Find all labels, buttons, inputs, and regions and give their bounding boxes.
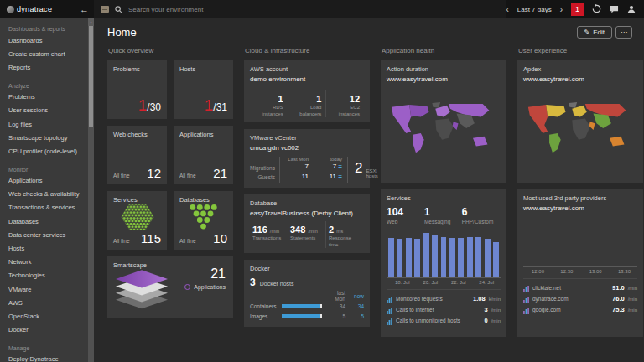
- aws-account-name: demo environment: [250, 75, 364, 83]
- db-stat: 2 ms Response time: [325, 221, 364, 248]
- containers-bar: [282, 304, 322, 308]
- chat-icon[interactable]: [610, 2, 619, 17]
- metric-row-calls-unmonitored: Calls to unmonitored hosts 0 /min: [387, 315, 501, 326]
- sidebar-group-analyze: Analyze: [0, 80, 94, 90]
- apdex-world-map: [523, 88, 637, 175]
- sidebar-item-deploy-dynatrace[interactable]: Deploy Dynatrace: [0, 353, 94, 362]
- tile-applications[interactable]: Applications All fine 21: [174, 126, 233, 184]
- provider-row-dynatrace: dynatrace.com 76.0 /min: [523, 293, 637, 304]
- column-title: Quick overview: [108, 47, 233, 54]
- tile-aws-account[interactable]: AWS account demo environment 1 RDS insta…: [244, 60, 370, 122]
- vmware-row-label: Migrations: [250, 163, 275, 173]
- esxi-hosts-count: 2: [355, 160, 362, 177]
- services-stat-web: 104 Web: [387, 206, 424, 225]
- tile-database[interactable]: Database easyTravelBusiness (Derby Clien…: [244, 194, 370, 253]
- sidebar-item-vmware[interactable]: VMware: [0, 282, 94, 296]
- docker-col-header: now: [345, 293, 364, 299]
- sidebar-scrollbar[interactable]: [88, 18, 94, 362]
- tile-hosts[interactable]: Hosts 1 /31: [174, 60, 233, 119]
- services-stat-messaging: 1 Messaging: [424, 206, 462, 225]
- sidebar-item-web-checks[interactable]: Web checks & availability: [0, 188, 94, 201]
- search-bar[interactable]: Search your environment: [94, 0, 506, 18]
- problems-open-count: 1: [138, 96, 148, 115]
- sidebar-item-hosts[interactable]: Hosts: [0, 241, 94, 255]
- x-axis-label: 18. Jul: [395, 280, 410, 285]
- apps-grid-icon[interactable]: [101, 6, 109, 13]
- search-icon[interactable]: [115, 2, 122, 17]
- sidebar-item-create-custom-chart[interactable]: Create custom chart: [0, 47, 94, 60]
- sidebar-item-cpu-profiler[interactable]: CPU profiler (code-level): [0, 144, 94, 158]
- more-button[interactable]: ⋯: [615, 26, 632, 39]
- tile-databases[interactable]: Databases All fine: [174, 191, 233, 250]
- mini-chart-icon: [387, 313, 392, 328]
- sidebar-item-dashboards[interactable]: Dashboards: [0, 34, 94, 47]
- status-label: All fine: [113, 173, 130, 178]
- sidebar-item-problems[interactable]: Problems: [0, 90, 94, 104]
- application-name: www.easytravel.com: [523, 204, 637, 212]
- sidebar-item-applications[interactable]: Applications: [0, 174, 94, 188]
- tile-third-party-providers[interactable]: Most used 3rd party providers www.easytr…: [517, 189, 643, 337]
- vcenter-name: cmca gdn vc002: [250, 144, 364, 152]
- docker-row-images: Images 5 5: [250, 311, 364, 321]
- x-axis-label: 22. Jul: [451, 280, 466, 285]
- sidebar-item-log-files[interactable]: Log files: [0, 117, 94, 131]
- dashboard-main: Home ✎ Edit ⋯ Quick overview Problems 1 …: [94, 18, 644, 362]
- sidebar-group-dashboards-reports: Dashboards & reports: [0, 23, 94, 34]
- sidebar-item-aws[interactable]: AWS: [0, 296, 94, 309]
- problems-total-count: /30: [147, 101, 161, 113]
- x-axis-label: 12:30: [560, 269, 573, 274]
- tile-docker[interactable]: Docker 3 Docker hosts last Mon now Conta…: [244, 260, 370, 327]
- scroll-up-icon[interactable]: ▲: [88, 18, 94, 26]
- column-user-experience: User experience Apdex www.easytravel.com: [517, 44, 643, 337]
- applications-count: 21: [213, 166, 227, 180]
- tile-vmware-vcenter[interactable]: VMware vCenter cmca gdn vc002 Migrations…: [244, 129, 370, 188]
- column-title: Application health: [382, 47, 506, 54]
- sidebar-item-transactions-services[interactable]: Transactions & services: [0, 201, 94, 215]
- aws-stat: 12 EC2 instances: [325, 90, 364, 117]
- edit-button[interactable]: ✎ Edit: [577, 26, 613, 39]
- providers-stacked-bar-chart: [523, 219, 637, 267]
- sidebar-item-databases[interactable]: Databases: [0, 215, 94, 228]
- sidebar-item-network[interactable]: Network: [0, 256, 94, 269]
- problems-badge[interactable]: 1: [571, 3, 584, 16]
- search-input[interactable]: Search your environment: [128, 6, 203, 13]
- x-axis-label: 20. Jul: [423, 280, 438, 285]
- time-range-selector[interactable]: Last 7 days: [517, 6, 552, 13]
- x-axis-label: 13:30: [618, 269, 631, 274]
- sidebar-collapse-icon[interactable]: ←: [80, 4, 89, 14]
- tile-problems[interactable]: Problems 1 /30: [107, 60, 167, 119]
- tile-services-health[interactable]: Services 104 Web 1 Messaging 6 PHP/Custo…: [381, 189, 506, 337]
- application-name: www.easytravel.com: [387, 75, 501, 83]
- vmware-row-label: Guests: [250, 173, 275, 182]
- web-checks-count: 12: [147, 166, 161, 180]
- tile-apdex[interactable]: Apdex www.easytravel.com: [517, 60, 643, 183]
- docker-col-header: last Mon: [325, 290, 345, 302]
- tile-web-checks[interactable]: Web checks All fine 12: [107, 126, 167, 184]
- tile-services[interactable]: Services: [107, 191, 167, 250]
- tile-smartscape[interactable]: Smartscape 21 Applications: [107, 256, 233, 318]
- provider-row-google: google.com 75.3 /min: [523, 304, 637, 315]
- user-icon[interactable]: [627, 2, 636, 17]
- databases-count: 10: [213, 231, 227, 246]
- database-name: easyTravelBusiness (Derby Client): [250, 209, 364, 217]
- sidebar-item-docker[interactable]: Docker: [0, 323, 94, 337]
- dynatrace-logo[interactable]: dynatrace: [7, 5, 52, 13]
- time-range-next-icon[interactable]: ›: [560, 5, 563, 14]
- column-title: Cloud & infrastructure: [245, 47, 370, 54]
- sidebar-item-data-center-services[interactable]: Data center services: [0, 228, 94, 241]
- page-title: Home: [107, 26, 137, 39]
- databases-circle-cluster-icon: [186, 203, 221, 235]
- action-duration-world-map: [387, 88, 501, 175]
- sidebar-item-openstack[interactable]: OpenStack: [0, 309, 94, 323]
- sidebar-item-technologies[interactable]: Technologies: [0, 269, 94, 282]
- tile-action-duration[interactable]: Action duration www.easytravel.com: [381, 60, 506, 183]
- application-ring-icon: [184, 284, 190, 290]
- sidebar-group-monitor: Monitor: [0, 164, 94, 174]
- metric-row-calls-internet: Calls to Internet 3 /min: [387, 304, 501, 315]
- sidebar-item-user-sessions[interactable]: User sessions: [0, 104, 94, 117]
- refresh-icon[interactable]: [592, 2, 601, 17]
- smartscape-layers-icon: [116, 270, 168, 317]
- time-range-prev-icon[interactable]: ‹: [506, 5, 508, 14]
- sidebar-item-smartscape-topology[interactable]: Smartscape topology: [0, 131, 94, 144]
- sidebar-item-reports[interactable]: Reports: [0, 60, 94, 74]
